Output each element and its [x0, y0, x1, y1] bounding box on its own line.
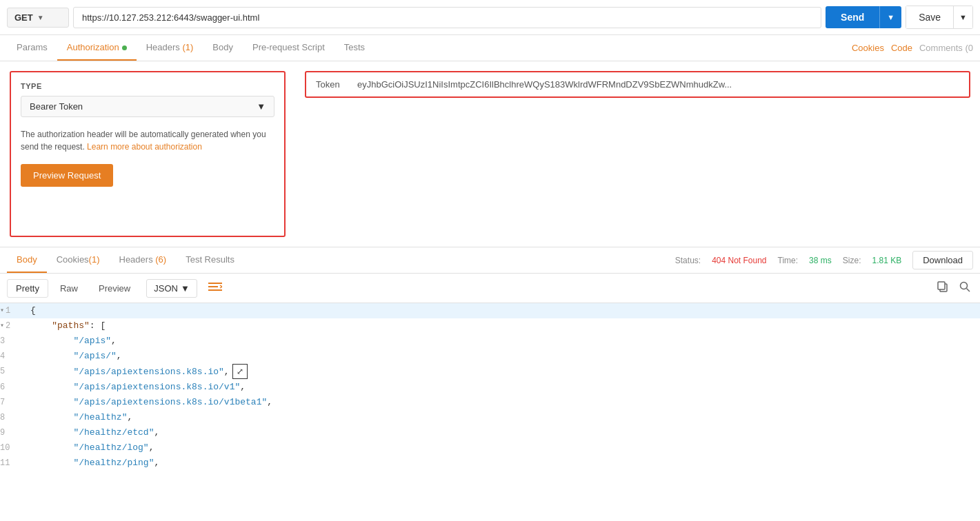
- tab-authorization[interactable]: Authorization: [57, 35, 137, 61]
- method-chevron: ▼: [37, 14, 44, 21]
- token-value: eyJhbGciOiJSUzI1NiIsImtpcZCI6IlBhclhreWQ…: [357, 79, 732, 90]
- code-line: 4 "/apis/",: [0, 349, 980, 364]
- code-area[interactable]: ▾1{▾2 "paths": [3 "/apis",4 "/apis/",5 "…: [0, 303, 980, 515]
- top-bar: GET ▼ Send ▼ Save ▼: [0, 0, 980, 35]
- format-pretty-button[interactable]: Pretty: [7, 279, 48, 298]
- code-line: 3 "/apis",: [0, 334, 980, 349]
- time-value: 38 ms: [809, 256, 832, 265]
- format-bar-right: [934, 278, 973, 298]
- response-tab-headers[interactable]: Headers (6): [110, 247, 177, 273]
- fold-arrow[interactable]: ▾: [0, 318, 4, 334]
- token-box: Token eyJhbGciOiJSUzI1NiIsImtpcZCI6IlBhc…: [305, 71, 970, 98]
- save-dropdown-button[interactable]: ▼: [954, 6, 973, 29]
- response-tab-cookies[interactable]: Cookies(1): [47, 247, 110, 273]
- authorization-dot: [122, 45, 127, 50]
- tab-params[interactable]: Params: [7, 35, 57, 61]
- copy-button[interactable]: [934, 278, 951, 298]
- code-line: ▾2 "paths": [: [0, 318, 980, 334]
- status-value: 404 Not Found: [712, 256, 766, 265]
- code-line: 8 "/healthz",: [0, 410, 980, 425]
- format-preview-button[interactable]: Preview: [90, 279, 139, 298]
- save-btn-group: Save ▼: [906, 6, 973, 29]
- response-tabs-bar: Body Cookies(1) Headers (6) Test Results…: [0, 247, 980, 274]
- cookies-link[interactable]: Cookies: [852, 43, 884, 53]
- search-button[interactable]: [957, 278, 973, 298]
- svg-rect-4: [938, 282, 945, 289]
- token-label: Token: [316, 79, 350, 90]
- code-line: 7 "/apis/apiextensions.k8s.io/v1beta1",: [0, 395, 980, 410]
- format-bar: Pretty Raw Preview JSON ▼: [0, 274, 980, 303]
- fold-arrow[interactable]: ▾: [0, 303, 4, 318]
- code-line: 11 "/healthz/ping",: [0, 456, 980, 471]
- url-input[interactable]: [73, 7, 821, 28]
- download-button[interactable]: Download: [912, 251, 973, 269]
- response-tab-body[interactable]: Body: [7, 247, 47, 273]
- size-label: Size:: [843, 256, 861, 265]
- wrap-button[interactable]: [203, 278, 228, 298]
- bearer-token-select[interactable]: Bearer Token ▼: [21, 96, 274, 117]
- size-value: 1.81 KB: [872, 256, 901, 265]
- auth-description: The authorization header will be automat…: [21, 128, 274, 153]
- tab-body[interactable]: Body: [203, 35, 243, 61]
- tabs-right: Cookies Code Comments (0: [852, 43, 973, 53]
- send-btn-group: Send ▼: [826, 6, 901, 28]
- left-panel: TYPE Bearer Token ▼ The authorization he…: [10, 71, 286, 237]
- save-button[interactable]: Save: [906, 6, 954, 29]
- method-label: GET: [14, 12, 33, 23]
- code-line: ▾1{: [0, 303, 980, 318]
- json-format-select[interactable]: JSON ▼: [146, 279, 197, 298]
- format-raw-button[interactable]: Raw: [51, 279, 87, 298]
- request-tabs-bar: Params Authorization Headers (1) Body Pr…: [0, 35, 980, 61]
- comments-link[interactable]: Comments (0: [919, 43, 973, 53]
- status-label: Status:: [675, 256, 701, 265]
- response-section: Body Cookies(1) Headers (6) Test Results…: [0, 247, 980, 515]
- right-panel: Token eyJhbGciOiJSUzI1NiIsImtpcZCI6IlBhc…: [295, 61, 980, 247]
- send-button[interactable]: Send: [826, 6, 879, 28]
- method-select[interactable]: GET ▼: [7, 8, 69, 28]
- response-meta: Status: 404 Not Found Time: 38 ms Size: …: [675, 251, 973, 269]
- code-line: 9 "/healthz/etcd",: [0, 425, 980, 440]
- learn-more-link[interactable]: Learn more about authorization: [87, 142, 202, 152]
- preview-request-button[interactable]: Preview Request: [21, 164, 113, 187]
- tab-tests[interactable]: Tests: [334, 35, 374, 61]
- svg-line-6: [967, 289, 970, 292]
- cursor-icon: ⤢: [232, 364, 248, 379]
- response-tab-test-results[interactable]: Test Results: [176, 247, 244, 273]
- tab-headers[interactable]: Headers (1): [137, 35, 203, 61]
- send-dropdown[interactable]: ▼: [879, 6, 901, 28]
- request-body: TYPE Bearer Token ▼ The authorization he…: [0, 61, 980, 247]
- code-line: 5 "/apis/apiextensions.k8s.io",⤢: [0, 364, 980, 380]
- code-line: 10 "/healthz/log",: [0, 440, 980, 456]
- svg-point-5: [961, 283, 968, 289]
- type-label: TYPE: [21, 82, 274, 90]
- code-link[interactable]: Code: [891, 43, 912, 53]
- code-line: 6 "/apis/apiextensions.k8s.io/v1",: [0, 380, 980, 395]
- time-label: Time:: [778, 256, 799, 265]
- tab-prerequest[interactable]: Pre-request Script: [243, 35, 334, 61]
